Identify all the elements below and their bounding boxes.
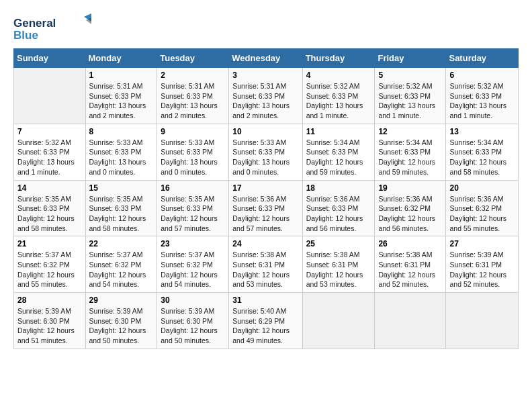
day-info: Sunrise: 5:35 AMSunset: 6:33 PMDaylight:…	[161, 194, 225, 234]
day-number: 29	[89, 295, 154, 305]
day-number: 10	[232, 127, 298, 136]
calendar-cell: 23Sunrise: 5:37 AMSunset: 6:32 PMDayligh…	[157, 236, 229, 293]
calendar-week-row: 1Sunrise: 5:31 AMSunset: 6:33 PMDaylight…	[14, 68, 519, 124]
weekday-row: SundayMondayTuesdayWednesdayThursdayFrid…	[14, 49, 519, 68]
day-number: 8	[89, 127, 154, 136]
day-number: 28	[17, 295, 82, 305]
calendar-cell: 11Sunrise: 5:34 AMSunset: 6:33 PMDayligh…	[302, 124, 375, 180]
day-number: 2	[161, 71, 225, 80]
calendar-cell: 22Sunrise: 5:37 AMSunset: 6:32 PMDayligh…	[85, 236, 157, 293]
day-number: 6	[449, 71, 515, 80]
weekday-header: Friday	[375, 49, 446, 68]
calendar-cell: 6Sunrise: 5:32 AMSunset: 6:33 PMDaylight…	[446, 68, 519, 124]
calendar-week-row: 21Sunrise: 5:37 AMSunset: 6:32 PMDayligh…	[14, 236, 519, 293]
calendar-table: SundayMondayTuesdayWednesdayThursdayFrid…	[13, 48, 519, 349]
day-number: 5	[378, 71, 442, 80]
svg-text:Blue: Blue	[13, 29, 38, 42]
calendar-cell: 2Sunrise: 5:31 AMSunset: 6:33 PMDaylight…	[157, 68, 229, 124]
day-number: 16	[161, 183, 225, 193]
calendar-cell	[446, 293, 519, 349]
calendar-cell	[302, 293, 375, 349]
calendar-cell: 29Sunrise: 5:39 AMSunset: 6:30 PMDayligh…	[85, 293, 157, 349]
day-info: Sunrise: 5:35 AMSunset: 6:33 PMDaylight:…	[17, 194, 82, 234]
day-number: 23	[161, 239, 225, 248]
day-number: 12	[378, 127, 442, 136]
day-number: 24	[232, 239, 298, 248]
logo-svg: General Blue	[13, 13, 94, 42]
calendar-week-row: 7Sunrise: 5:32 AMSunset: 6:33 PMDaylight…	[14, 124, 519, 180]
calendar-cell: 20Sunrise: 5:36 AMSunset: 6:32 PMDayligh…	[446, 180, 519, 236]
calendar-cell: 1Sunrise: 5:31 AMSunset: 6:33 PMDaylight…	[85, 68, 157, 124]
weekday-header: Thursday	[302, 49, 375, 68]
calendar-cell: 17Sunrise: 5:36 AMSunset: 6:33 PMDayligh…	[229, 180, 302, 236]
day-info: Sunrise: 5:37 AMSunset: 6:32 PMDaylight:…	[161, 250, 225, 289]
day-info: Sunrise: 5:36 AMSunset: 6:33 PMDaylight:…	[232, 194, 298, 234]
day-number: 3	[232, 71, 298, 80]
day-info: Sunrise: 5:38 AMSunset: 6:31 PMDaylight:…	[378, 250, 442, 289]
calendar-header: SundayMondayTuesdayWednesdayThursdayFrid…	[14, 49, 519, 68]
day-info: Sunrise: 5:39 AMSunset: 6:30 PMDaylight:…	[89, 306, 154, 346]
day-number: 21	[17, 239, 82, 248]
weekday-header: Monday	[85, 49, 157, 68]
day-number: 22	[89, 239, 154, 248]
day-info: Sunrise: 5:32 AMSunset: 6:33 PMDaylight:…	[449, 81, 515, 121]
calendar-cell: 27Sunrise: 5:39 AMSunset: 6:31 PMDayligh…	[446, 236, 519, 293]
day-number: 27	[449, 239, 515, 248]
calendar-cell: 18Sunrise: 5:36 AMSunset: 6:33 PMDayligh…	[302, 180, 375, 236]
calendar-cell: 5Sunrise: 5:32 AMSunset: 6:33 PMDaylight…	[375, 68, 446, 124]
calendar-cell: 7Sunrise: 5:32 AMSunset: 6:33 PMDaylight…	[14, 124, 86, 180]
day-number: 30	[161, 295, 225, 305]
day-info: Sunrise: 5:38 AMSunset: 6:31 PMDaylight:…	[232, 250, 298, 289]
day-number: 19	[378, 183, 442, 193]
day-info: Sunrise: 5:37 AMSunset: 6:32 PMDaylight:…	[17, 250, 82, 289]
day-info: Sunrise: 5:37 AMSunset: 6:32 PMDaylight:…	[89, 250, 154, 289]
day-number: 15	[89, 183, 154, 193]
day-info: Sunrise: 5:31 AMSunset: 6:33 PMDaylight:…	[232, 81, 298, 121]
day-info: Sunrise: 5:34 AMSunset: 6:33 PMDaylight:…	[378, 138, 442, 177]
calendar-cell	[14, 68, 86, 124]
day-info: Sunrise: 5:31 AMSunset: 6:33 PMDaylight:…	[161, 81, 225, 121]
calendar-cell: 30Sunrise: 5:39 AMSunset: 6:30 PMDayligh…	[157, 293, 229, 349]
day-number: 18	[306, 183, 371, 193]
calendar-cell: 31Sunrise: 5:40 AMSunset: 6:29 PMDayligh…	[229, 293, 302, 349]
svg-text:General: General	[13, 17, 56, 30]
calendar-cell	[375, 293, 446, 349]
logo: General Blue	[13, 13, 94, 42]
day-info: Sunrise: 5:38 AMSunset: 6:31 PMDaylight:…	[306, 250, 371, 289]
day-info: Sunrise: 5:33 AMSunset: 6:33 PMDaylight:…	[161, 138, 225, 177]
calendar-week-row: 28Sunrise: 5:39 AMSunset: 6:30 PMDayligh…	[14, 293, 519, 349]
day-info: Sunrise: 5:32 AMSunset: 6:33 PMDaylight:…	[306, 81, 371, 121]
calendar-cell: 26Sunrise: 5:38 AMSunset: 6:31 PMDayligh…	[375, 236, 446, 293]
calendar-cell: 10Sunrise: 5:33 AMSunset: 6:33 PMDayligh…	[229, 124, 302, 180]
calendar-cell: 14Sunrise: 5:35 AMSunset: 6:33 PMDayligh…	[14, 180, 86, 236]
day-info: Sunrise: 5:39 AMSunset: 6:30 PMDaylight:…	[17, 306, 82, 346]
day-number: 31	[232, 295, 298, 305]
calendar-cell: 3Sunrise: 5:31 AMSunset: 6:33 PMDaylight…	[229, 68, 302, 124]
weekday-header: Wednesday	[229, 49, 302, 68]
day-number: 20	[449, 183, 515, 193]
page-header: General Blue	[13, 13, 519, 42]
day-number: 11	[306, 127, 371, 136]
day-number: 17	[232, 183, 298, 193]
calendar-week-row: 14Sunrise: 5:35 AMSunset: 6:33 PMDayligh…	[14, 180, 519, 236]
day-info: Sunrise: 5:36 AMSunset: 6:33 PMDaylight:…	[306, 194, 371, 234]
calendar-cell: 8Sunrise: 5:33 AMSunset: 6:33 PMDaylight…	[85, 124, 157, 180]
calendar-cell: 21Sunrise: 5:37 AMSunset: 6:32 PMDayligh…	[14, 236, 86, 293]
day-info: Sunrise: 5:34 AMSunset: 6:33 PMDaylight:…	[449, 138, 515, 177]
day-info: Sunrise: 5:32 AMSunset: 6:33 PMDaylight:…	[17, 138, 82, 177]
day-number: 1	[89, 71, 154, 80]
calendar-cell: 24Sunrise: 5:38 AMSunset: 6:31 PMDayligh…	[229, 236, 302, 293]
calendar-cell: 28Sunrise: 5:39 AMSunset: 6:30 PMDayligh…	[14, 293, 86, 349]
calendar-cell: 9Sunrise: 5:33 AMSunset: 6:33 PMDaylight…	[157, 124, 229, 180]
day-number: 7	[17, 127, 82, 136]
calendar-cell: 25Sunrise: 5:38 AMSunset: 6:31 PMDayligh…	[302, 236, 375, 293]
day-info: Sunrise: 5:34 AMSunset: 6:33 PMDaylight:…	[306, 138, 371, 177]
day-info: Sunrise: 5:39 AMSunset: 6:31 PMDaylight:…	[449, 250, 515, 289]
day-info: Sunrise: 5:35 AMSunset: 6:33 PMDaylight:…	[89, 194, 154, 234]
day-info: Sunrise: 5:33 AMSunset: 6:33 PMDaylight:…	[89, 138, 154, 177]
day-info: Sunrise: 5:33 AMSunset: 6:33 PMDaylight:…	[232, 138, 298, 177]
calendar-cell: 4Sunrise: 5:32 AMSunset: 6:33 PMDaylight…	[302, 68, 375, 124]
day-info: Sunrise: 5:40 AMSunset: 6:29 PMDaylight:…	[232, 306, 298, 346]
day-info: Sunrise: 5:31 AMSunset: 6:33 PMDaylight:…	[89, 81, 154, 121]
calendar-cell: 15Sunrise: 5:35 AMSunset: 6:33 PMDayligh…	[85, 180, 157, 236]
